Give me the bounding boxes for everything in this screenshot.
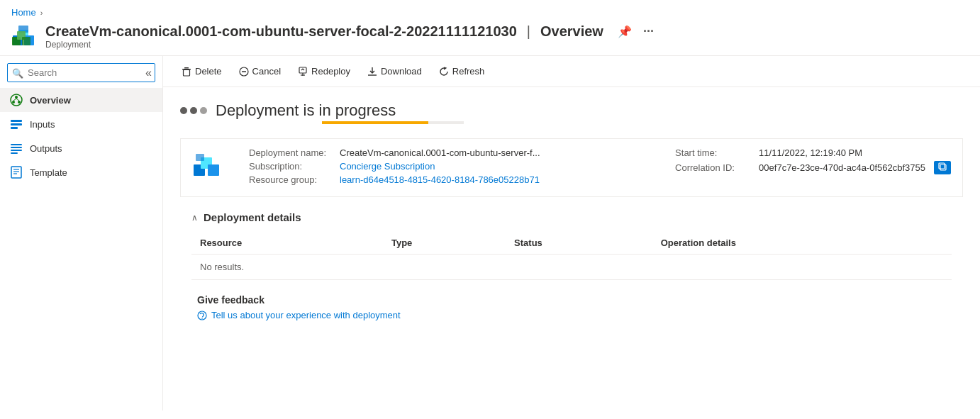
redeploy-button[interactable]: Redeploy [291,62,357,81]
svg-rect-25 [184,67,189,69]
details-section-header[interactable]: ∧ Deployment details [191,211,952,223]
sidebar-item-template[interactable]: Template [0,160,162,184]
subscription-link[interactable]: Concierge Subscription [340,161,435,172]
info-fields-left: Deployment name: CreateVm-canonical.0001… [249,147,647,188]
deployment-details-table: Resource Type Status Operation details N… [191,232,952,280]
table-header-row: Resource Type Status Operation details [191,232,952,255]
details-section-title: Deployment details [204,211,301,223]
deployment-detail-icon [192,150,221,179]
template-label: Template [30,167,67,178]
status-title: Deployment is in progress [216,101,396,120]
main-layout: 🔍 « Overview Inputs [0,55,980,410]
info-fields-right: Start time: 11/11/2022, 12:19:40 PM Corr… [675,147,951,177]
deployment-status: Deployment is in progress Deployment nam… [163,87,980,346]
svg-rect-20 [11,167,21,178]
svg-rect-17 [11,147,22,148]
delete-button[interactable]: Delete [174,62,229,81]
delete-icon [182,67,191,77]
inputs-icon [10,118,23,130]
deployment-icon [11,24,37,50]
sidebar-item-outputs[interactable]: Outputs [0,136,162,160]
svg-line-12 [16,99,19,101]
col-operation-details: Operation details [652,232,952,255]
no-results-cell: No results. [191,255,952,280]
resource-group-row: Resource group: learn-d64e4518-4815-4620… [249,174,647,185]
copy-correlation-id-button[interactable] [934,161,951,174]
status-dot-3 [200,107,207,114]
redeploy-icon [298,67,308,77]
svg-point-8 [15,96,18,99]
section-chevron-icon: ∧ [191,213,198,223]
breadcrumb-chevron: › [40,9,43,17]
download-button[interactable]: Download [360,62,429,81]
copy-icon [938,162,947,171]
sidebar: 🔍 « Overview Inputs [0,56,163,410]
svg-point-9 [12,101,15,104]
svg-rect-14 [11,123,22,125]
status-header: Deployment is in progress [180,101,963,120]
sidebar-item-overview[interactable]: Overview [0,88,162,112]
svg-line-11 [13,99,16,101]
pin-icon[interactable]: 📌 [618,25,632,38]
outputs-icon [10,142,23,155]
breadcrumb: Home › [0,0,980,21]
inputs-label: Inputs [30,119,55,130]
feedback-link[interactable]: Tell us about your experience with deplo… [197,310,946,320]
feedback-link-text: Tell us about your experience with deplo… [211,310,401,320]
page-header: CreateVm-canonical.0001-com-ubuntu-serve… [0,21,980,55]
svg-rect-16 [11,144,22,145]
svg-point-10 [18,101,21,104]
status-dot-1 [180,107,187,114]
svg-rect-6 [22,37,30,45]
svg-rect-37 [940,164,946,170]
ellipsis-menu[interactable]: ··· [643,24,654,39]
template-icon [10,166,23,179]
col-resource: Resource [191,232,383,255]
correlation-id-row: Correlation ID: 00ef7c7e-23ce-470d-ac4a-… [675,161,951,174]
cancel-icon [239,67,249,77]
toolbar: Delete Cancel Redeploy [163,56,980,87]
start-time-row: Start time: 11/11/2022, 12:19:40 PM [675,147,951,158]
svg-rect-36 [196,154,204,161]
search-icon: 🔍 [12,67,23,78]
progress-bar [322,121,428,124]
col-type: Type [383,232,506,255]
feedback-icon [197,311,207,320]
feedback-section: Give feedback Tell us about your experie… [180,280,963,335]
content-area: Delete Cancel Redeploy [163,56,980,410]
search-container: 🔍 « [7,63,155,82]
resource-group-link[interactable]: learn-d64e4518-4815-4620-8184-786e05228b… [340,174,540,185]
outputs-label: Outputs [30,143,62,154]
refresh-icon [439,67,449,77]
svg-rect-19 [11,152,18,154]
svg-rect-35 [208,164,219,176]
col-status: Status [506,232,652,255]
deployment-details: ∧ Deployment details Resource Type Statu… [180,211,963,280]
overview-label: Overview [30,95,71,106]
deployment-info-card: Deployment name: CreateVm-canonical.0001… [180,138,963,197]
search-input[interactable] [7,63,155,82]
svg-rect-26 [184,69,190,76]
svg-rect-15 [11,127,18,129]
deployment-name-row: Deployment name: CreateVm-canonical.0001… [249,147,647,158]
sidebar-item-inputs[interactable]: Inputs [0,112,162,136]
collapse-button[interactable]: « [141,65,156,81]
status-dot-2 [190,107,197,114]
cancel-button[interactable]: Cancel [232,62,288,81]
svg-rect-18 [11,150,22,151]
svg-point-40 [201,318,203,319]
no-results-row: No results. [191,255,952,280]
page-subtitle: Deployment [45,40,654,50]
svg-rect-38 [939,163,945,169]
home-link[interactable]: Home [11,7,36,18]
page-title: CreateVm-canonical.0001-com-ubuntu-serve… [45,23,654,40]
subscription-row: Subscription: Concierge Subscription [249,161,647,172]
download-icon [367,67,377,77]
svg-rect-13 [11,120,22,122]
header-text: CreateVm-canonical.0001-com-ubuntu-serve… [45,23,654,50]
status-dots [180,107,207,114]
overview-icon [10,94,23,106]
refresh-button[interactable]: Refresh [432,62,492,81]
feedback-title: Give feedback [197,294,946,306]
